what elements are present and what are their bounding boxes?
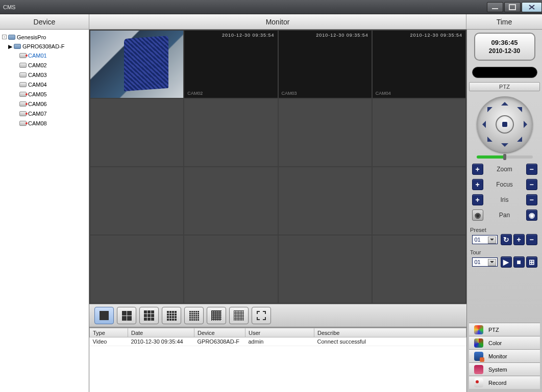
close-button[interactable] — [522, 2, 542, 12]
tour-stop-button[interactable]: ■ — [513, 256, 525, 268]
maximize-button[interactable] — [504, 2, 521, 12]
tour-select[interactable]: 01 — [472, 257, 498, 267]
video-cell[interactable] — [90, 236, 183, 303]
tab-record[interactable]: Record — [469, 376, 540, 389]
tree-cam-node[interactable]: CAM07 — [19, 110, 47, 118]
tree-cam-node[interactable]: CAM01 — [19, 51, 47, 60]
clock-display: 09:36:45 2010-12-30 — [474, 33, 535, 61]
preset-add-button[interactable]: + — [513, 234, 525, 245]
zoom-in-button[interactable]: + — [472, 164, 483, 175]
minimize-button[interactable] — [487, 2, 503, 12]
video-cell-4[interactable]: 2010-12-30 09:35:54CAM04 — [373, 31, 465, 98]
cell-camera-label: CAM04 — [376, 91, 391, 96]
focus-out-button[interactable]: − — [526, 179, 537, 190]
tree-root-node[interactable]: -GenesisPro — [2, 33, 46, 41]
iris-label: Iris — [486, 196, 523, 203]
tab-system-label: System — [488, 367, 507, 373]
server-icon — [8, 35, 15, 40]
tour-value: 01 — [475, 259, 481, 265]
log-col-type[interactable]: Type — [90, 328, 128, 337]
zoom-out-button[interactable]: − — [526, 164, 537, 175]
header-monitor: Monitor — [89, 14, 466, 29]
tab-color-label: Color — [488, 340, 502, 346]
video-cell[interactable] — [373, 236, 465, 303]
focus-in-button[interactable]: + — [472, 179, 483, 190]
pan-right-button[interactable]: ◉ — [526, 210, 537, 221]
layout-6x6-button[interactable] — [207, 307, 226, 324]
layout-4x4-button[interactable] — [162, 307, 181, 324]
log-col-device[interactable]: Device — [194, 328, 245, 337]
ptz-up-button[interactable] — [501, 98, 508, 106]
video-cell[interactable] — [90, 167, 183, 234]
tree-root-label: GenesisPro — [17, 33, 46, 41]
system-icon — [474, 365, 483, 374]
log-col-user[interactable]: User — [245, 328, 314, 337]
dvr-icon — [14, 44, 21, 49]
expand-arrow-icon[interactable]: ▶ — [8, 42, 12, 50]
tab-color[interactable]: Color — [469, 336, 540, 349]
device-tree-panel: -GenesisPro ▶GPRO6308AD-F CAM01 CAM02 CA… — [0, 30, 89, 392]
video-cell[interactable] — [184, 99, 277, 166]
video-cell[interactable] — [279, 99, 372, 166]
preset-goto-button[interactable]: ↻ — [501, 234, 512, 245]
camera-icon — [19, 101, 27, 107]
tour-grid-button[interactable]: ⊞ — [526, 256, 537, 268]
tree-cam-label: CAM01 — [28, 51, 47, 60]
ptz-right-button[interactable] — [524, 121, 531, 128]
layout-5x5-button[interactable] — [184, 307, 204, 324]
svg-rect-0 — [492, 8, 498, 9]
fullscreen-button[interactable] — [252, 307, 271, 324]
cell-timestamp: 2010-12-30 09:35:54 — [316, 33, 368, 38]
video-cell[interactable] — [373, 99, 465, 166]
collapse-icon[interactable]: - — [2, 35, 7, 39]
tab-ptz[interactable]: PTZ — [469, 323, 540, 336]
tree-cam-node[interactable]: CAM05 — [19, 90, 47, 98]
iris-close-button[interactable]: − — [526, 194, 537, 205]
log-cell-date: 2010-12-30 09:35:44 — [128, 337, 194, 346]
layout-1x1-button[interactable] — [94, 307, 114, 324]
status-slot — [472, 67, 537, 78]
tree-cam-node[interactable]: CAM02 — [19, 61, 47, 69]
tree-cam-label: CAM03 — [28, 71, 47, 79]
tree-dvr-node[interactable]: ▶GPRO6308AD-F — [8, 42, 65, 50]
video-cell[interactable] — [373, 167, 465, 234]
tab-record-label: Record — [488, 380, 506, 386]
preset-remove-button[interactable]: − — [526, 234, 537, 245]
tree-cam-node[interactable]: CAM08 — [19, 119, 47, 127]
video-cell-3[interactable]: 2010-12-30 09:35:54CAM03 — [279, 31, 372, 98]
video-cell-1[interactable] — [90, 31, 183, 98]
clock-date: 2010-12-30 — [489, 47, 520, 55]
log-cell-device: GPRO6308AD-F — [194, 337, 245, 346]
layout-3x3-button[interactable] — [139, 307, 159, 324]
clock-time: 09:36:45 — [491, 39, 518, 46]
event-log: Type Date Device User Describe Video 201… — [89, 327, 466, 392]
video-cell-2[interactable]: 2010-12-30 09:35:54CAM02 — [184, 31, 277, 98]
preset-select[interactable]: 01 — [472, 235, 498, 244]
video-cell[interactable] — [90, 99, 183, 166]
iris-open-button[interactable]: + — [472, 194, 483, 205]
ptz-down-button[interactable] — [501, 143, 508, 150]
layout-2x2-button[interactable] — [117, 307, 136, 324]
tree-cam-node[interactable]: CAM06 — [19, 100, 47, 108]
layout-8x8-button[interactable] — [229, 307, 249, 324]
ptz-left-button[interactable] — [479, 121, 486, 128]
ptz-speed-slider[interactable] — [477, 155, 533, 159]
video-cell[interactable] — [279, 167, 372, 234]
tour-play-button[interactable]: ▶ — [501, 256, 512, 268]
video-cell[interactable] — [279, 236, 372, 303]
right-tabs: PTZ Color Monitor System Record — [469, 323, 540, 389]
video-grid: 2010-12-30 09:35:54CAM02 2010-12-30 09:3… — [89, 30, 466, 304]
tab-monitor[interactable]: Monitor — [469, 349, 540, 362]
pan-left-button[interactable]: ◉ — [472, 210, 483, 221]
log-row[interactable]: Video 2010-12-30 09:35:44 GPRO6308AD-F a… — [90, 337, 466, 346]
log-col-describe[interactable]: Describe — [314, 328, 466, 337]
video-cell[interactable] — [184, 236, 277, 303]
tree-cam-node[interactable]: CAM03 — [19, 71, 47, 79]
log-col-date[interactable]: Date — [128, 328, 194, 337]
zoom-label: Zoom — [486, 166, 523, 173]
tree-cam-node[interactable]: CAM04 — [19, 81, 47, 89]
video-cell[interactable] — [184, 167, 277, 234]
camera-icon — [19, 72, 27, 77]
tab-system[interactable]: System — [469, 362, 540, 376]
ptz-stop-button[interactable] — [496, 115, 514, 134]
